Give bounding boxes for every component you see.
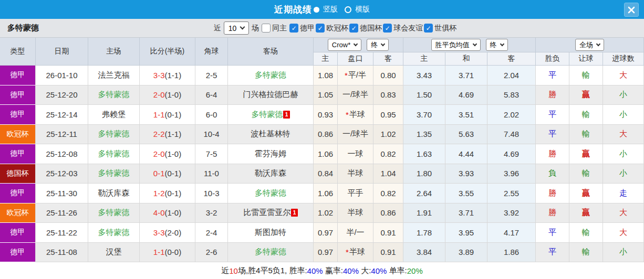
- filter-same-home[interactable]: 同主: [262, 24, 287, 33]
- team-name: 比雷亚雷亚尔: [243, 208, 290, 218]
- league-badge: 欧冠杯: [0, 125, 36, 145]
- corners: 10-3: [195, 184, 228, 203]
- subcol-avg-draw: 和: [445, 52, 487, 66]
- avg-odds-group: 胜平负均值 终: [403, 38, 536, 52]
- home-team: 弗赖堡: [88, 105, 140, 125]
- away-team: 多特蒙德: [228, 184, 314, 203]
- radio-vertical-layout[interactable]: [314, 7, 319, 13]
- team-name: 门兴格拉德巴赫: [243, 90, 298, 100]
- result-outcome: 勝: [536, 203, 569, 223]
- avg-win: 1.35: [403, 125, 445, 145]
- avg-win: 3.84: [403, 243, 445, 263]
- league-filter-label: 世俱杯: [434, 24, 456, 33]
- odds-company-select[interactable]: Crow*: [328, 39, 361, 51]
- filter-league-世俱杯[interactable]: 世俱杯: [424, 24, 456, 33]
- match-count-select[interactable]: 10: [224, 22, 250, 35]
- result-handicap: 贏: [569, 85, 603, 105]
- title-group: 近期战绩 竖版 横版: [274, 4, 370, 16]
- match-date: 25-12-11: [36, 125, 88, 145]
- team-name: 弗赖堡: [102, 110, 126, 120]
- odds-away: 0.91: [373, 243, 403, 263]
- avg-win: 1.80: [403, 164, 445, 184]
- checkbox-checked-icon: [383, 24, 392, 33]
- league-badge: 德甲: [0, 144, 36, 164]
- home-team: 多特蒙德: [88, 203, 140, 223]
- scope-select[interactable]: 全场: [575, 39, 604, 51]
- league-filter-label: 德甲: [300, 24, 315, 33]
- score: 1-1(0-0): [140, 243, 195, 263]
- full-time-score: 1-2: [153, 189, 165, 198]
- odds-away: 0.91: [373, 223, 403, 243]
- close-icon: [628, 6, 635, 14]
- league-badge: 德国杯: [0, 164, 36, 184]
- avg-odds-select[interactable]: 胜平负均值: [431, 39, 481, 51]
- chevron-down-icon: [596, 41, 600, 46]
- result-goals: 小: [603, 105, 644, 125]
- result-handicap: 贏: [569, 184, 603, 203]
- handicap: *平/半: [338, 66, 373, 85]
- col-header-date: 日期: [36, 38, 88, 66]
- handicap-value: 一球: [348, 149, 363, 159]
- result-outcome: 勝: [536, 85, 569, 105]
- full-time-score: 4-0: [153, 208, 165, 217]
- match-date: 25-12-03: [36, 164, 88, 184]
- team-name: 汉堡: [106, 247, 122, 257]
- avg-win: 1.91: [403, 203, 445, 223]
- match-date: 25-11-30: [36, 184, 88, 203]
- home-team: 多特蒙德: [88, 144, 140, 164]
- radio-horizontal-layout[interactable]: [345, 6, 351, 13]
- avg-draw: 3.71: [445, 66, 487, 85]
- home-team: 多特蒙德: [88, 125, 140, 145]
- subcol-goals-result: 进球数: [603, 52, 644, 66]
- home-team: 多特蒙德: [88, 85, 140, 105]
- odds-company-group: Crow* 终: [314, 38, 403, 52]
- filter-league-球会友谊[interactable]: 球会友谊: [383, 24, 423, 33]
- filter-league-德国杯[interactable]: 德国杯: [349, 24, 382, 33]
- table-row: 欧冠杯25-11-26多特蒙德4-0(1-0)3-2比雷亚雷亚尔11.02半球0…: [0, 203, 644, 223]
- home-team: 多特蒙德: [88, 223, 140, 243]
- team-name: 法兰克福: [98, 70, 130, 80]
- odds-company-value: Crow*: [332, 41, 350, 49]
- avg-lose: 2.02: [487, 105, 536, 125]
- corners: 10-4: [195, 125, 228, 145]
- result-outcome: 平: [536, 66, 569, 85]
- subcol-odds-away: 客: [373, 52, 403, 66]
- match-date: 26-01-10: [36, 66, 88, 85]
- avg-odds-time-select[interactable]: 终: [486, 39, 508, 51]
- close-button[interactable]: [624, 3, 639, 17]
- avg-win: 3.70: [403, 105, 445, 125]
- full-time-score: 3-3: [153, 228, 165, 237]
- result-goals: 小: [603, 85, 644, 105]
- odds-company-time-select[interactable]: 终: [367, 39, 389, 51]
- chevron-down-icon: [472, 41, 476, 46]
- subcol-result: 胜负: [536, 52, 569, 66]
- col-header-home: 主场: [88, 38, 140, 66]
- summary-bar: 近10场,胜4平5负1, 胜率:40% 赢率:40% 大:40% 单率:20%: [0, 262, 644, 279]
- checkbox-unchecked-icon: [262, 24, 271, 33]
- table-row: 德甲25-12-08多特蒙德2-0(1-0)7-5霍芬海姆1.06一球0.821…: [0, 144, 644, 164]
- avg-draw: 4.69: [445, 85, 487, 105]
- handicap: 半球: [338, 164, 373, 184]
- handicap: 一球: [338, 144, 373, 164]
- filter-league-欧冠杯[interactable]: 欧冠杯: [316, 24, 348, 33]
- home-team: 勒沃库森: [88, 184, 140, 203]
- result-goals: 小: [603, 144, 644, 164]
- avg-draw: 3.71: [445, 203, 487, 223]
- filter-league-德甲[interactable]: 德甲: [289, 24, 315, 33]
- score: 2-0(1-0): [140, 85, 195, 105]
- avg-win: 2.64: [403, 184, 445, 203]
- chevron-down-icon: [500, 41, 504, 46]
- subcol-avg-lose: 客: [487, 52, 536, 66]
- odds-home: 0.97: [314, 243, 338, 263]
- avg-lose: 2.04: [487, 66, 536, 85]
- col-header-type: 类型: [0, 38, 36, 66]
- match-count-value: 10: [228, 24, 237, 33]
- result-goals: 小: [603, 164, 644, 184]
- recent-results-popup: 近期战绩 竖版 横版 多特蒙德 近 10 场 同主 德甲欧冠杯德国杯球会友: [0, 0, 644, 279]
- summary-segment: 单率:: [387, 266, 407, 276]
- team-name: 多特蒙德: [98, 168, 130, 178]
- col-header-corners: 角球: [195, 38, 228, 66]
- result-outcome: 平: [536, 243, 569, 263]
- half-time-score: (1-1): [165, 130, 182, 138]
- full-time-score: 1-1: [153, 110, 165, 119]
